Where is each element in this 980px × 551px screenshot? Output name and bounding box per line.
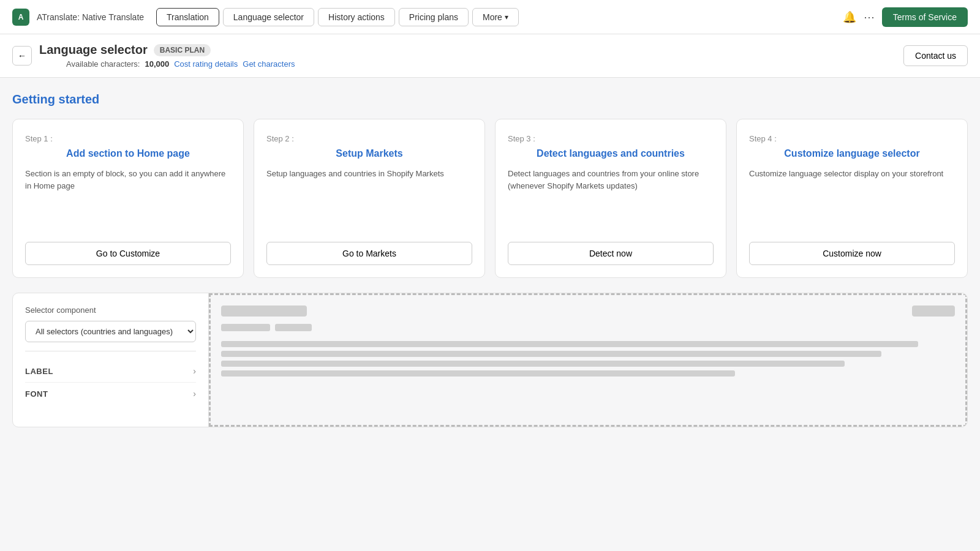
- preview-line-1b: [275, 324, 312, 331]
- contact-us-button[interactable]: Contact us: [903, 45, 968, 66]
- app-icon: A: [12, 9, 29, 26]
- selector-panel: Selector component All selectors (countr…: [13, 293, 209, 427]
- terms-of-service-button[interactable]: Terms of Service: [882, 7, 968, 27]
- more-options-icon[interactable]: ⋯: [864, 10, 875, 24]
- preview-placeholder-title: [221, 305, 307, 317]
- nav-tabs: Translation Language selector History ac…: [156, 8, 838, 26]
- step-title-2: Setup Markets: [266, 148, 472, 159]
- sub-header: ← Language selector BASIC PLAN Available…: [0, 34, 980, 78]
- step-label-3: Step 3 :: [508, 134, 714, 143]
- preview-panel: [209, 293, 967, 427]
- label-row[interactable]: LABEL ›: [25, 360, 196, 383]
- preview-content-line-3: [221, 361, 845, 367]
- preview-content-line-4: [221, 370, 735, 377]
- step-card-4: Step 4 : Customize language selector Cus…: [736, 119, 968, 278]
- font-row[interactable]: FONT ›: [25, 383, 196, 405]
- chevron-down-icon: ▾: [505, 13, 508, 21]
- chars-info: Available characters: 10,000 Cost rating…: [66, 59, 295, 69]
- cost-rating-link[interactable]: Cost rating details: [174, 59, 238, 69]
- tab-more[interactable]: More ▾: [472, 8, 519, 26]
- step-label-1: Step 1 :: [25, 134, 231, 143]
- section-title: Getting started: [12, 92, 968, 107]
- preview-content-lines: [221, 341, 955, 377]
- step-label-2: Step 2 :: [266, 134, 472, 143]
- page-title: Language selector: [39, 43, 148, 57]
- step-card-1: Step 1 : Add section to Home page Sectio…: [12, 119, 244, 278]
- chevron-right-font-icon: ›: [193, 389, 196, 399]
- step-title-1: Add section to Home page: [25, 148, 231, 159]
- step-desc-4: Customize language selector display on y…: [749, 168, 955, 230]
- chars-count: 10,000: [145, 59, 169, 69]
- plan-badge: BASIC PLAN: [154, 44, 211, 56]
- tab-pricing-plans[interactable]: Pricing plans: [399, 8, 469, 26]
- preview-content-line-1: [221, 341, 918, 347]
- step-card-3: Step 3 : Detect languages and countries …: [495, 119, 726, 278]
- step-title-4: Customize language selector: [749, 148, 955, 159]
- tab-history-actions[interactable]: History actions: [318, 8, 395, 26]
- tab-translation[interactable]: Translation: [156, 8, 219, 26]
- bottom-section: Selector component All selectors (countr…: [12, 293, 968, 427]
- selector-component-label: Selector component: [25, 305, 196, 315]
- step-btn-2[interactable]: Go to Markets: [266, 242, 472, 265]
- top-bar: A ATranslate: Native Translate Translati…: [0, 0, 980, 34]
- get-chars-link[interactable]: Get characters: [243, 59, 295, 69]
- app-title: ATranslate: Native Translate: [37, 12, 144, 22]
- step-title-3: Detect languages and countries: [508, 148, 714, 159]
- main-content: Getting started Step 1 : Add section to …: [0, 78, 980, 442]
- selector-select[interactable]: All selectors (countries and languages) …: [25, 321, 196, 342]
- preview-placeholder-btn: [912, 305, 955, 317]
- step-label-4: Step 4 :: [749, 134, 955, 143]
- step-btn-4[interactable]: Customize now: [749, 242, 955, 265]
- preview-line-1a: [221, 324, 270, 331]
- back-button[interactable]: ←: [12, 46, 32, 66]
- steps-grid: Step 1 : Add section to Home page Sectio…: [12, 119, 968, 278]
- step-desc-3: Detect languages and countries from your…: [508, 168, 714, 230]
- step-desc-1: Section is an empty of block, so you can…: [25, 168, 231, 230]
- chevron-right-icon: ›: [193, 366, 196, 376]
- tab-language-selector[interactable]: Language selector: [223, 8, 314, 26]
- step-card-2: Step 2 : Setup Markets Setup languages a…: [254, 119, 485, 278]
- preview-line-row-1: [221, 324, 955, 331]
- top-bar-right: 🔔 ⋯ Terms of Service: [843, 7, 968, 27]
- step-btn-1[interactable]: Go to Customize: [25, 242, 231, 265]
- sub-header-left: ← Language selector BASIC PLAN Available…: [12, 43, 295, 69]
- preview-bar-top: [221, 305, 955, 317]
- preview-content-line-2: [221, 351, 881, 357]
- bell-icon[interactable]: 🔔: [843, 10, 856, 24]
- step-btn-3[interactable]: Detect now: [508, 242, 714, 265]
- step-desc-2: Setup languages and countries in Shopify…: [266, 168, 472, 230]
